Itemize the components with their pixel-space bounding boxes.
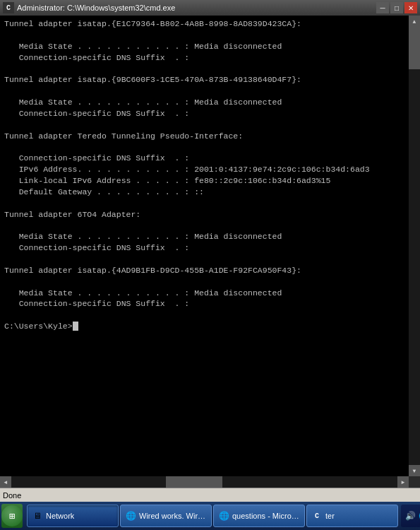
scrollbar-thumb[interactable] bbox=[409, 27, 420, 69]
taskbar-ter-icon: C bbox=[311, 510, 323, 522]
taskbar-network-icon: 🖥 bbox=[32, 510, 43, 522]
scrollbar-track[interactable] bbox=[409, 27, 420, 465]
title-bar: C Administrator: C:\Windows\system32\cmd… bbox=[0, 0, 420, 16]
close-button[interactable]: ✕ bbox=[404, 2, 417, 13]
taskbar-wired-icon: 🌐 bbox=[125, 510, 136, 522]
taskbar-wired-label: Wired works. Wireles... bbox=[139, 512, 207, 520]
scroll-up-button[interactable]: ▲ bbox=[409, 16, 420, 27]
status-text: Done bbox=[3, 491, 21, 500]
hscroll-right-button[interactable]: ► bbox=[397, 476, 409, 488]
tray-sound-icon[interactable]: 🔊 bbox=[405, 511, 416, 521]
window-title: Administrator: C:\Windows\system32\cmd.e… bbox=[17, 4, 376, 12]
window-controls: ─ □ ✕ bbox=[376, 2, 417, 13]
cmd-icon: C bbox=[3, 2, 14, 13]
windows-logo-icon: ⊞ bbox=[9, 510, 15, 522]
taskbar-item-wired[interactable]: 🌐 Wired works. Wireles... bbox=[120, 505, 212, 527]
taskbar-item-ter[interactable]: C ter bbox=[306, 505, 398, 527]
status-bar: Done bbox=[0, 488, 420, 502]
taskbar-questions-icon: 🌐 bbox=[218, 510, 229, 522]
scroll-down-button[interactable]: ▼ bbox=[409, 465, 420, 476]
cmd-window: Tunnel adapter isatap.{E1C79364-B802-4A8… bbox=[0, 16, 420, 476]
hscrollbar-thumb[interactable] bbox=[166, 476, 222, 488]
taskbar-ter-label: ter bbox=[325, 512, 335, 520]
hscroll-left-button[interactable]: ◄ bbox=[0, 476, 11, 488]
taskbar-questions-label: questions - Microsof... bbox=[232, 512, 300, 520]
taskbar-item-questions[interactable]: 🌐 questions - Microsof... bbox=[213, 505, 305, 527]
start-orb-icon: ⊞ bbox=[1, 505, 23, 526]
maximize-button[interactable]: □ bbox=[390, 2, 403, 13]
minimize-button[interactable]: ─ bbox=[376, 2, 389, 13]
system-tray: 🔊 🌐 bbox=[401, 505, 420, 527]
taskbar-item-network[interactable]: 🖥 Network bbox=[27, 505, 119, 527]
start-button[interactable]: ⊞ bbox=[1, 504, 23, 528]
scrollbar-corner bbox=[409, 476, 420, 488]
vertical-scrollbar[interactable]: ▲ ▼ bbox=[409, 16, 420, 476]
cmd-output[interactable]: Tunnel adapter isatap.{E1C79364-B802-4A8… bbox=[0, 16, 409, 476]
taskbar: ⊞ 🖥 Network 🌐 Wired works. Wireles... 🌐 … bbox=[0, 502, 420, 530]
horizontal-scrollbar[interactable]: ◄ ► bbox=[0, 476, 420, 488]
hscrollbar-track[interactable] bbox=[11, 476, 397, 488]
taskbar-network-label: Network bbox=[46, 512, 74, 520]
